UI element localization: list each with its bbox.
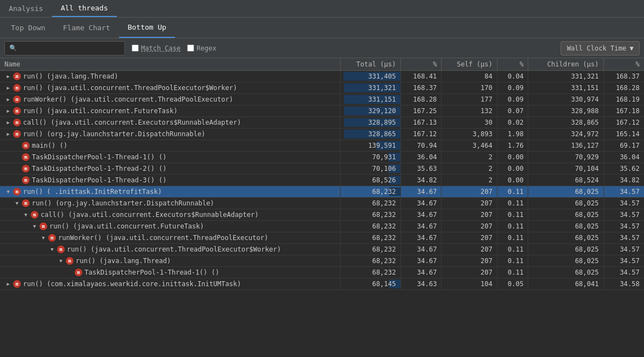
sub-nav: Top Down Flame Chart Bottom Up <box>0 18 644 38</box>
table-row[interactable]: ▼mrun() ( .inittask.InitRetrofitTask)68,… <box>0 186 644 198</box>
cell-self: 207 <box>442 267 497 278</box>
col-header-children: Children (μs) <box>528 58 603 71</box>
tab-top-down[interactable]: Top Down <box>2 18 54 38</box>
cell-name: ▼mrun() ( .inittask.InitRetrofitTask) <box>0 186 340 198</box>
table-row[interactable]: ▶mcall() (java.util.concurrent.Executors… <box>0 117 644 129</box>
method-badge: m <box>22 199 30 207</box>
cell-total-pct: 34.82 <box>400 175 442 186</box>
col-header-children-pct: % <box>603 58 644 71</box>
table-header-row: Name Total (μs) % Self (μs) % Children (… <box>0 58 644 71</box>
cell-self-pct: 0.02 <box>497 117 528 129</box>
cell-children: 331,321 <box>528 71 603 82</box>
cell-children-pct: 34.57 <box>603 255 644 267</box>
cell-self-pct: 0.04 <box>497 71 528 82</box>
expand-icon[interactable]: ▶ <box>4 130 12 138</box>
search-input[interactable] <box>19 44 118 52</box>
expand-icon[interactable]: ▶ <box>4 84 12 92</box>
cell-self-pct: 0.00 <box>497 152 528 163</box>
cell-self: 170 <box>442 82 497 94</box>
cell-children-pct: 34.58 <box>603 278 644 290</box>
expand-icon[interactable]: ▶ <box>4 72 12 80</box>
top-nav-analysis[interactable]: Analysis <box>0 0 52 17</box>
cell-total-pct: 167.25 <box>400 105 442 117</box>
cell-total: 68,232 <box>340 255 400 267</box>
cell-total: 68,232 <box>340 244 400 255</box>
cell-name: ▼mcall() (java.util.concurrent.Executors… <box>0 209 340 221</box>
cell-name: ▶mrunWorker() (java.util.concurrent.Thre… <box>0 94 340 105</box>
table-row[interactable]: ▶mrun() (java.util.concurrent.FutureTask… <box>0 105 644 117</box>
table-row[interactable]: ▶mTaskDispatcherPool-1-Thread-1() ()68,2… <box>0 267 644 278</box>
cell-total: 68,232 <box>340 232 400 244</box>
cell-total-pct: 168.28 <box>400 94 442 105</box>
cell-children-pct: 34.57 <box>603 186 644 198</box>
method-badge: m <box>13 280 21 288</box>
expand-icon[interactable]: ▼ <box>13 199 21 207</box>
cell-children: 68,025 <box>528 267 603 278</box>
match-case-checkbox[interactable]: Match Case <box>132 44 180 52</box>
expand-icon[interactable]: ▶ <box>4 119 12 126</box>
table-row[interactable]: ▶mmain() ()139,59170.943,4641.76136,1276… <box>0 140 644 152</box>
cell-total-pct: 34.67 <box>400 186 442 198</box>
table-row[interactable]: ▼mrun() (java.lang.Thread)68,23234.67207… <box>0 255 644 267</box>
top-nav-all-threads[interactable]: All threads <box>52 0 117 17</box>
cell-children-pct: 34.57 <box>603 244 644 255</box>
cell-children: 68,041 <box>528 278 603 290</box>
table-row[interactable]: ▼mrun() (java.util.concurrent.ThreadPool… <box>0 244 644 255</box>
cell-total: 68,232 <box>340 186 400 198</box>
table-row[interactable]: ▼mrun() (java.util.concurrent.FutureTask… <box>0 221 644 232</box>
regex-checkbox[interactable]: Regex <box>187 44 216 52</box>
table-row[interactable]: ▶mTaskDispatcherPool-1-Thread-2() ()70,1… <box>0 163 644 175</box>
expand-icon[interactable]: ▼ <box>48 246 56 253</box>
expand-icon[interactable]: ▶ <box>4 96 12 103</box>
expand-icon[interactable]: ▼ <box>4 188 12 196</box>
cell-total: 68,232 <box>340 221 400 232</box>
cell-total: 329,120 <box>340 105 400 117</box>
cell-children: 330,974 <box>528 94 603 105</box>
cell-children: 68,025 <box>528 232 603 244</box>
method-name: run() (java.util.concurrent.ThreadPoolEx… <box>67 246 281 253</box>
cell-children: 68,025 <box>528 255 603 267</box>
cell-children-pct: 34.57 <box>603 267 644 278</box>
table-row[interactable]: ▶mrun() (org.jay.launchstarter.DispatchR… <box>0 129 644 140</box>
cell-self-pct: 0.09 <box>497 94 528 105</box>
col-header-total: Total (μs) <box>340 58 400 71</box>
cell-self-pct: 0.11 <box>497 198 528 209</box>
cell-self: 2 <box>442 163 497 175</box>
cell-total: 331,151 <box>340 94 400 105</box>
table-row[interactable]: ▼mcall() (java.util.concurrent.Executors… <box>0 209 644 221</box>
search-box[interactable]: 🔍 <box>4 41 125 55</box>
expand-icon[interactable]: ▼ <box>57 257 65 265</box>
table-row[interactable]: ▶mrunWorker() (java.util.concurrent.Thre… <box>0 94 644 105</box>
method-badge: m <box>57 246 65 253</box>
cell-total-pct: 34.67 <box>400 221 442 232</box>
method-name: run() (org.jay.launchstarter.DispatchRun… <box>32 199 214 207</box>
table-row[interactable]: ▼mrun() (org.jay.launchstarter.DispatchR… <box>0 198 644 209</box>
table-row[interactable]: ▶mTaskDispatcherPool-1-Thread-1() ()70,9… <box>0 152 644 163</box>
cell-total: 68,232 <box>340 267 400 278</box>
table-row[interactable]: ▶mrun() (java.util.concurrent.ThreadPool… <box>0 82 644 94</box>
method-name: run() (org.jay.launchstarter.DispatchRun… <box>23 130 205 138</box>
col-header-self-pct: % <box>497 58 528 71</box>
table-row[interactable]: ▶mTaskDispatcherPool-1-Thread-3() ()68,5… <box>0 175 644 186</box>
cell-total-pct: 34.67 <box>400 267 442 278</box>
cell-self-pct: 0.00 <box>497 163 528 175</box>
cell-children: 68,025 <box>528 244 603 255</box>
expand-icon[interactable]: ▼ <box>22 211 30 219</box>
table-row[interactable]: ▼mrunWorker() (java.util.concurrent.Thre… <box>0 232 644 244</box>
tab-bottom-up[interactable]: Bottom Up <box>119 18 175 38</box>
tab-flame-chart[interactable]: Flame Chart <box>54 18 119 38</box>
cell-self: 207 <box>442 232 497 244</box>
table-row[interactable]: ▶mrun() (com.ximalayaos.wearkid.core.ini… <box>0 278 644 290</box>
expand-icon[interactable]: ▼ <box>31 222 38 230</box>
method-badge: m <box>48 234 56 242</box>
expand-icon[interactable]: ▼ <box>39 234 47 242</box>
cell-children: 70,929 <box>528 152 603 163</box>
cell-total-pct: 70.94 <box>400 140 442 152</box>
table-row[interactable]: ▶mrun() (java.lang.Thread)331,405168.418… <box>0 71 644 82</box>
cell-total-pct: 34.67 <box>400 232 442 244</box>
col-header-name: Name <box>0 58 340 71</box>
expand-icon[interactable]: ▶ <box>4 280 12 288</box>
expand-icon[interactable]: ▶ <box>4 107 12 115</box>
wall-clock-dropdown[interactable]: Wall Clock Time ▼ <box>561 41 640 55</box>
cell-total-pct: 34.67 <box>400 244 442 255</box>
